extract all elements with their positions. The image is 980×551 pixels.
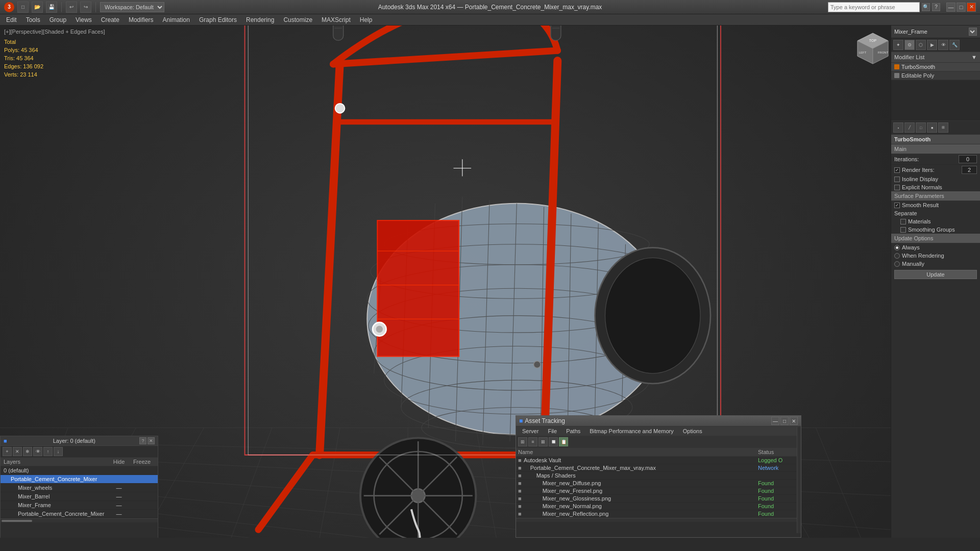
always-radio[interactable]: [894, 245, 900, 251]
create-tab[interactable]: ✦: [893, 40, 903, 50]
subobj-border[interactable]: □: [916, 122, 926, 133]
asset-btn2[interactable]: ≡: [528, 437, 537, 446]
title-bar-right: 🔍 ? — □ ✕: [828, 2, 976, 12]
layers-help-btn[interactable]: ?: [139, 437, 146, 444]
asset-scrollbar-v[interactable]: [797, 427, 801, 533]
layer-name: Mixer_Barrel: [18, 493, 109, 499]
right-panel: Mixer_Frame ✦ ⚙ ⬡ ▶ 👁 🔧 Modifier List ▼ …: [891, 26, 980, 538]
asset-btn4[interactable]: 🔲: [549, 437, 558, 446]
render-iters-checkbox[interactable]: ✓: [894, 167, 900, 173]
maximize-btn[interactable]: □: [957, 3, 966, 12]
iterations-input[interactable]: [959, 155, 977, 163]
subobj-poly[interactable]: ■: [927, 122, 937, 133]
turbosmooth-section-header: TurboSmooth: [891, 135, 980, 144]
layers-scrollbar[interactable]: [1, 518, 158, 522]
modifier-dropdown-arrow[interactable]: ▼: [971, 54, 977, 60]
subobj-edge[interactable]: ╱: [904, 122, 915, 133]
asset-menu-bitmap-performance-and-memory[interactable]: Bitmap Performance and Memory: [585, 428, 677, 435]
asset-row[interactable]: ■ Autodesk Vault Logged O: [516, 457, 801, 464]
minimize-btn[interactable]: —: [946, 3, 955, 12]
menu-item-tools[interactable]: Tools: [22, 15, 44, 24]
asset-row[interactable]: ■ Mixer_new_Normal.png Found: [516, 503, 801, 510]
layers-close-btn[interactable]: ✕: [148, 437, 155, 444]
layer-hide[interactable]: —: [109, 493, 129, 499]
manually-radio[interactable]: [894, 261, 900, 267]
help-btn[interactable]: ?: [932, 3, 940, 11]
menu-item-group[interactable]: Group: [45, 15, 70, 24]
search-btn[interactable]: 🔍: [922, 3, 930, 11]
render-iters-input[interactable]: [962, 166, 977, 174]
menu-item-graph-editors[interactable]: Graph Editors: [195, 15, 241, 24]
display-tab[interactable]: 👁: [938, 40, 948, 50]
asset-menu-server[interactable]: Server: [518, 428, 543, 435]
layers-hide-btn[interactable]: 👁: [33, 447, 42, 456]
editpoly-modifier[interactable]: Editable Poly: [891, 71, 980, 80]
asset-restore-btn[interactable]: □: [780, 417, 789, 425]
nav-cube[interactable]: TOP LEFT FRONT: [855, 31, 886, 61]
motion-tab[interactable]: ▶: [927, 40, 937, 50]
asset-row[interactable]: ■ Mixer_new_Glossiness.png Found: [516, 495, 801, 503]
menu-item-create[interactable]: Create: [97, 15, 124, 24]
subobj-vertex[interactable]: •: [893, 122, 903, 133]
layer-row[interactable]: Portable_Cement_Concrete_Mixer: [1, 475, 158, 484]
isoline-checkbox[interactable]: [894, 177, 900, 182]
redo-btn[interactable]: ↪: [80, 2, 91, 13]
menu-item-help[interactable]: Help: [356, 15, 377, 24]
workspace-dropdown[interactable]: Workspace: Default: [100, 2, 164, 12]
layer-row[interactable]: Portable_Cement_Concrete_Mixer —: [1, 510, 158, 518]
modify-tab[interactable]: ⚙: [904, 40, 915, 50]
explicit-normals-checkbox[interactable]: [894, 185, 900, 190]
layers-new-btn[interactable]: +: [3, 447, 12, 456]
smooth-result-checkbox[interactable]: ✓: [894, 203, 900, 208]
layers-obj1-btn[interactable]: ↑: [43, 447, 53, 456]
asset-menu-file[interactable]: File: [544, 428, 561, 435]
layer-hide[interactable]: —: [109, 502, 129, 508]
layer-hide[interactable]: —: [109, 511, 129, 517]
menu-item-views[interactable]: Views: [71, 15, 96, 24]
new-file-btn[interactable]: □: [17, 2, 29, 13]
close-btn[interactable]: ✕: [967, 3, 976, 12]
layers-freeze-btn[interactable]: ❄: [23, 447, 32, 456]
menu-item-rendering[interactable]: Rendering: [242, 15, 278, 24]
undo-btn[interactable]: ↩: [66, 2, 77, 13]
utilities-tab[interactable]: 🔧: [949, 40, 960, 50]
menu-item-edit[interactable]: Edit: [2, 15, 21, 24]
asset-minimize-btn[interactable]: —: [771, 417, 779, 425]
object-selector[interactable]: [969, 28, 977, 36]
asset-row[interactable]: ■ Mixer_new_Diffuse.png Found: [516, 480, 801, 487]
viewport[interactable]: [+][Perspective][Shaded + Edged Faces] T…: [0, 26, 891, 538]
asset-menu-options[interactable]: Options: [679, 428, 706, 435]
layers-delete-btn[interactable]: ✕: [13, 447, 22, 456]
layers-toolbar: + ✕ ❄ 👁 ↑ ↓: [1, 446, 158, 458]
asset-row[interactable]: ■ Mixer_new_Reflection.png Found: [516, 510, 801, 518]
save-btn[interactable]: 💾: [46, 2, 57, 13]
asset-btn1[interactable]: ⊞: [518, 437, 527, 446]
asset-row[interactable]: ■ Maps / Shaders: [516, 472, 801, 480]
asset-close-btn[interactable]: ✕: [790, 417, 798, 425]
menu-item-modifiers[interactable]: Modifiers: [125, 15, 158, 24]
subobj-element[interactable]: ⊞: [938, 122, 948, 133]
asset-menu-paths[interactable]: Paths: [562, 428, 584, 435]
menu-item-customize[interactable]: Customize: [279, 15, 316, 24]
smoothing-groups-checkbox[interactable]: [900, 227, 906, 233]
menu-item-maxscript[interactable]: MAXScript: [317, 15, 355, 24]
layer-hide[interactable]: —: [109, 485, 129, 491]
layer-row[interactable]: 0 (default): [1, 466, 158, 475]
asset-btn3[interactable]: ⊠: [538, 437, 548, 446]
update-button[interactable]: Update: [894, 270, 977, 279]
materials-checkbox[interactable]: [900, 219, 906, 224]
layers-obj2-btn[interactable]: ↓: [54, 447, 63, 456]
menu-item-animation[interactable]: Animation: [159, 15, 194, 24]
search-input[interactable]: [828, 2, 920, 12]
asset-row[interactable]: ■ Portable_Cement_Concrete_Mixer_max_vra…: [516, 464, 801, 472]
when-rendering-radio[interactable]: [894, 253, 900, 259]
asset-row[interactable]: ■ Mixer_new_Fresnel.png Found: [516, 487, 801, 495]
asset-scrollbar-h[interactable]: [516, 518, 801, 522]
hierarchy-tab[interactable]: ⬡: [916, 40, 926, 50]
turbosmooth-modifier[interactable]: TurboSmooth: [891, 63, 980, 71]
layer-row[interactable]: Mixer_Frame —: [1, 501, 158, 510]
asset-btn5[interactable]: 📋: [559, 437, 568, 446]
layer-row[interactable]: Mixer_wheels —: [1, 484, 158, 492]
open-file-btn[interactable]: 📂: [32, 2, 43, 13]
layer-row[interactable]: Mixer_Barrel —: [1, 492, 158, 501]
